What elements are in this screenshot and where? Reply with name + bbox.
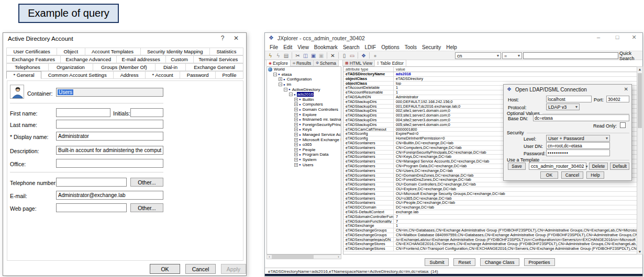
- save-template-button[interactable]: Save: [508, 163, 526, 170]
- attribute-value-cell[interactable]: OU=Microsoft Exchange Security Groups,DC…: [393, 192, 637, 196]
- tab-security-identity-mapping[interactable]: Security Identity Mapping: [140, 48, 210, 55]
- cut-icon[interactable]: ✂: [294, 52, 302, 59]
- tree-node-foreignsecurityprincip[interactable]: +●ForeignSecurityPrincip: [267, 122, 341, 128]
- tab-exchange-advanced[interactable]: Exchange Advanced: [60, 55, 117, 63]
- tab-explore[interactable]: ◉Explore: [266, 60, 291, 66]
- tree-node-domain-controllers[interactable]: +●Domain Controllers: [267, 107, 341, 112]
- menu-edit[interactable]: Edit: [281, 44, 295, 50]
- tree-node-ads2016[interactable]: −●ads2016: [267, 92, 341, 97]
- office-field[interactable]: [56, 159, 163, 168]
- menu-options[interactable]: Options: [379, 44, 402, 50]
- menu-help[interactable]: Help: [443, 44, 460, 50]
- tab-e-mail-addresses[interactable]: E-mail addresses: [116, 55, 166, 63]
- attribute-row[interactable]: objectClasseTADSDirectory: [343, 77, 637, 82]
- tab-terminal-services[interactable]: Terminal Services: [193, 55, 243, 63]
- attribute-value-cell[interactable]: 1: [393, 224, 637, 228]
- expand-toggle-icon[interactable]: +: [294, 148, 298, 152]
- paste-alias-icon[interactable]: ▣: [317, 52, 325, 59]
- attribute-row[interactable]: eTADSexchangeStoresCN=EXCHANGE2016,CN=Se…: [343, 242, 637, 247]
- tree-node-world[interactable]: World: [267, 67, 341, 72]
- scroll-left-icon[interactable]: ‹: [267, 255, 272, 259]
- scroll-right-icon[interactable]: ›: [336, 255, 341, 259]
- tab-telephones[interactable]: Telephones: [6, 63, 49, 71]
- attribute-value-cell[interactable]: exchange.lab: [393, 210, 637, 214]
- tree-node-etasa[interactable]: −●etasa: [267, 72, 341, 77]
- tree-node-program-data[interactable]: +●Program Data: [267, 152, 341, 157]
- menu-view[interactable]: View: [295, 44, 312, 50]
- template-select[interactable]: ccs_admin_router_30402▾: [529, 163, 586, 170]
- help-button[interactable]: Help: [586, 171, 604, 179]
- attribute-row[interactable]: eTADSdomainFunctionality7: [343, 220, 637, 224]
- expand-toggle-icon[interactable]: +: [294, 163, 298, 167]
- paste-icon[interactable]: ▣: [309, 52, 317, 59]
- port-field[interactable]: [606, 96, 629, 102]
- attribute-row[interactable]: eTADSDCDomainDC=exchange,DC=lab: [343, 205, 637, 210]
- quick-search-button[interactable]: Quick Search: [619, 52, 643, 59]
- attribute-value-cell[interactable]: OU=Domain Controllers,DC=exchange,DC=lab: [393, 182, 637, 187]
- search-operator-select[interactable]: =▾: [502, 52, 522, 59]
- user-dn-field[interactable]: [546, 142, 610, 149]
- tree-node-firstname6-mi-lastnam[interactable]: +●firstname6 mi. lastnam: [267, 117, 341, 122]
- attribute-row[interactable]: eTADSexchangeGroupsCN=Mailbox Database 0…: [343, 233, 637, 238]
- expand-toggle-icon[interactable]: +: [294, 128, 298, 131]
- help-button[interactable]: ?: [218, 34, 227, 42]
- first-name-field[interactable]: [56, 108, 110, 117]
- tab-account[interactable]: * Account: [145, 71, 180, 79]
- attribute-row[interactable]: eTADSexchangelegacyDN/o=ExchangeLab/ou=E…: [343, 238, 637, 243]
- apply-button[interactable]: Apply: [221, 264, 246, 274]
- attribute-row[interactable]: eTADScontainersOU=o365,DC=exchange,DC=la…: [343, 197, 637, 201]
- tab-password[interactable]: Password: [180, 71, 216, 79]
- tab-table-editor[interactable]: ▯Table Editor: [374, 60, 406, 66]
- tree-node-im[interactable]: −●im: [267, 82, 341, 87]
- scroll-up-icon[interactable]: ▲: [637, 67, 642, 71]
- new-entry-icon[interactable]: ▯: [340, 52, 348, 59]
- maximize-button[interactable]: □: [612, 34, 623, 40]
- search-attribute-select[interactable]: cn▾: [455, 52, 501, 59]
- scrollbar-thumb[interactable]: [272, 255, 314, 259]
- tree-node-explore[interactable]: +●Explore: [267, 112, 341, 117]
- tree-node-microsoft-exchange-se[interactable]: +●Microsoft Exchange Se: [267, 137, 341, 142]
- disconnect-icon[interactable]: ϟ: [274, 52, 282, 59]
- table-vertical-scrollbar[interactable]: ▲ ▼: [637, 66, 643, 255]
- default-template-button[interactable]: Default: [610, 163, 629, 170]
- expand-toggle-icon[interactable]: −: [273, 73, 277, 76]
- password-field[interactable]: [546, 149, 610, 156]
- attribute-value-cell[interactable]: eTADSDirectory: [393, 77, 637, 81]
- telephone-other-button[interactable]: Other...: [130, 178, 163, 187]
- expand-toggle-icon[interactable]: −: [279, 83, 282, 86]
- tab-dial-in[interactable]: Dial-in: [155, 63, 186, 71]
- attribute-row[interactable]: eTADScontainersOU=Explore,DC=exchange,DC…: [343, 187, 637, 192]
- attribute-row[interactable]: eTADScontainersOU=Microsoft Exchange Sec…: [343, 192, 637, 197]
- tab-account-templates[interactable]: Account Templates: [85, 48, 141, 55]
- expand-toggle-icon[interactable]: +: [279, 77, 282, 81]
- expand-toggle-icon[interactable]: +: [294, 102, 298, 106]
- expand-toggle-icon[interactable]: +: [294, 118, 298, 121]
- expand-toggle-icon[interactable]: +: [294, 98, 298, 101]
- reset-button[interactable]: Reset: [453, 258, 475, 266]
- scroll-down-icon[interactable]: ▼: [637, 250, 642, 253]
- menu-search[interactable]: Search: [340, 44, 362, 50]
- delete-template-button[interactable]: Delete: [589, 163, 608, 170]
- display-name-field[interactable]: [56, 132, 163, 141]
- tab-statistics[interactable]: Statistics: [209, 48, 243, 55]
- menu-bookmark[interactable]: Bookmark: [312, 44, 340, 50]
- attribute-value-cell[interactable]: CN=im,CN=Databases,CN=Exchange Administr…: [393, 228, 637, 233]
- stop-icon[interactable]: ●: [371, 52, 379, 59]
- tree-node-configuration[interactable]: +●Configuration: [267, 77, 341, 82]
- attribute-row[interactable]: eTADScontainersOU=People,DC=exchange,DC=…: [343, 201, 637, 205]
- host-field[interactable]: [546, 96, 592, 102]
- tree-node-people[interactable]: +●People: [267, 147, 341, 153]
- submit-button[interactable]: Submit: [425, 258, 449, 266]
- tree-node-managed-service-acco[interactable]: +●Managed Service Acco: [267, 132, 341, 137]
- expand-toggle-icon[interactable]: +: [294, 153, 298, 156]
- tab-general[interactable]: * General: [6, 71, 41, 79]
- read-only-checkbox[interactable]: [620, 122, 626, 128]
- menu-ldif[interactable]: LDIF: [362, 44, 379, 50]
- rename-icon[interactable]: ▭: [348, 52, 356, 59]
- close-icon[interactable]: ✕: [231, 34, 241, 42]
- menu-tools[interactable]: Tools: [402, 44, 419, 50]
- tab-exchange-features[interactable]: Exchange Features: [6, 55, 61, 63]
- tab-organization[interactable]: Organization: [48, 63, 93, 71]
- attribute-value-cell[interactable]: ads2016: [393, 72, 637, 76]
- expand-toggle-icon[interactable]: −: [284, 88, 287, 91]
